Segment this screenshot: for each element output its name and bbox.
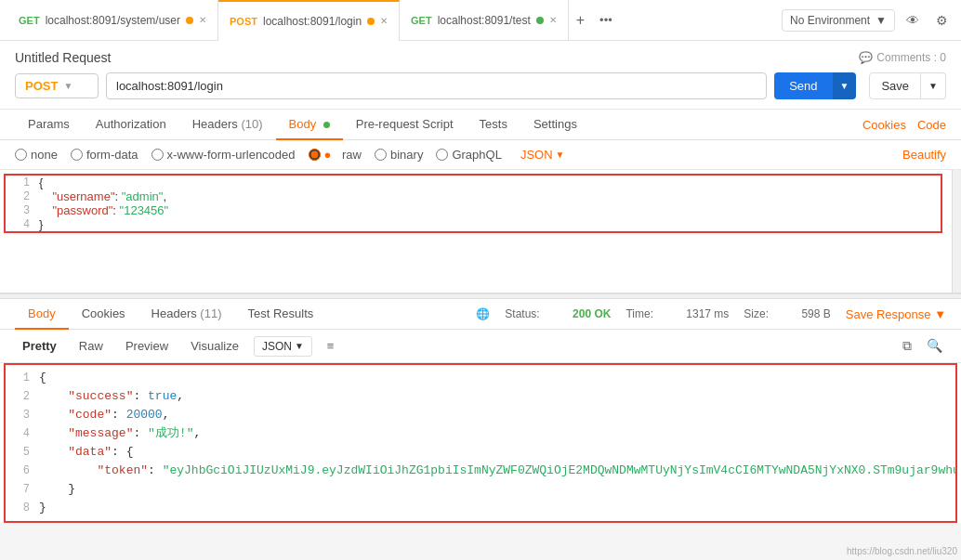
tab-params[interactable]: Params <box>15 110 83 140</box>
tab-authorization[interactable]: Authorization <box>83 110 179 140</box>
resp-tab-headers[interactable]: Headers (11) <box>138 299 235 330</box>
save-button[interactable]: Save <box>869 72 921 99</box>
tab-close-post[interactable]: ✕ <box>380 16 388 26</box>
time-value: 1317 ms <box>686 307 729 320</box>
save-group: Save ▼ <box>869 72 946 99</box>
tab-headers[interactable]: Headers (10) <box>179 110 276 140</box>
code-link[interactable]: Code <box>917 118 946 132</box>
req-line-2: 2 "username": "admin", <box>6 189 941 203</box>
format-json-chevron: ▼ <box>295 341 304 351</box>
resp-line-7: 7 } <box>6 480 955 499</box>
response-body-container: 1 { 2 "success": true, 3 "code": 20000, … <box>0 363 961 523</box>
tab-get-test[interactable]: GET localhost:8091/test ✕ <box>400 0 569 41</box>
comment-icon: 💬 <box>859 51 873 64</box>
save-dropdown-button[interactable]: ▼ <box>921 72 946 99</box>
format-type-select[interactable]: JSON ▼ <box>254 336 312 357</box>
resp-line-3: 3 "code": 20000, <box>6 406 955 424</box>
tab-url-test: localhost:8091/test <box>438 14 531 27</box>
top-tabs-bar: GET localhost:8091/system/user ✕ POST lo… <box>0 0 961 41</box>
tab-body[interactable]: Body <box>276 110 343 140</box>
time-label: Time: <box>625 307 653 320</box>
more-tabs-button[interactable]: ••• <box>592 13 620 27</box>
resp-headers-badge: (11) <box>200 306 221 320</box>
size-label: Size: <box>744 307 769 320</box>
resp-line-5: 5 "data": { <box>6 443 955 462</box>
method-label-get2: GET <box>411 15 432 26</box>
tab-url-post: localhost:8091/login <box>263 15 362 28</box>
tab-settings[interactable]: Settings <box>520 110 590 140</box>
env-bar: No Environment ▼ 👁 ⚙ <box>782 9 954 32</box>
request-tabs-row: Params Authorization Headers (10) Body P… <box>0 110 961 140</box>
resp-tab-cookies[interactable]: Cookies <box>69 299 138 330</box>
status-value: 200 OK <box>573 307 611 320</box>
json-chevron-icon: ▼ <box>556 150 565 160</box>
tab-close-get[interactable]: ✕ <box>199 15 206 25</box>
cookies-link[interactable]: Cookies <box>862 118 906 132</box>
request-body-editor: 1 { 2 "username": "admin", 3 "password":… <box>0 170 961 293</box>
send-dropdown-button[interactable]: ▼ <box>833 72 857 99</box>
response-tabs-row: Body Cookies Headers (11) Test Results 🌐… <box>0 299 961 330</box>
resp-line-6: 6 "token": "eyJhbGciOiJIUzUxMiJ9.eyJzdWI… <box>6 462 955 480</box>
url-bar: POST ▼ Send ▼ Save ▼ <box>15 72 946 109</box>
option-urlencoded[interactable]: x-www-form-urlencoded <box>151 148 296 162</box>
method-label-post: POST <box>230 16 257 27</box>
format-preview[interactable]: Preview <box>118 335 176 357</box>
method-label-get: GET <box>19 15 40 26</box>
format-visualize[interactable]: Visualize <box>183 335 246 357</box>
option-binary[interactable]: binary <box>375 148 423 162</box>
beautify-button[interactable]: Beautify <box>902 148 946 162</box>
tab-dot-get <box>186 17 193 24</box>
body-options: none form-data x-www-form-urlencoded ● r… <box>0 140 961 170</box>
body-dot <box>323 122 330 128</box>
send-group: Send ▼ <box>774 72 856 99</box>
format-pretty[interactable]: Pretty <box>15 335 64 357</box>
format-raw[interactable]: Raw <box>72 335 111 357</box>
resp-line-1: 1 { <box>6 369 955 387</box>
wrap-icon[interactable]: ≡ <box>327 339 335 353</box>
status-label: Status: <box>505 307 539 320</box>
env-select[interactable]: No Environment ▼ <box>782 9 895 32</box>
resp-line-4: 4 "message": "成功!", <box>6 424 955 443</box>
copy-icon[interactable]: ⧉ <box>899 336 915 356</box>
request-title: Untitled Request <box>15 50 112 65</box>
size-value: 598 B <box>801 307 830 320</box>
req-line-1: 1 { <box>6 176 941 189</box>
tab-close-test[interactable]: ✕ <box>549 15 557 25</box>
request-scrollbar[interactable] <box>952 170 961 293</box>
env-select-label: No Environment <box>790 14 870 27</box>
search-response-icon[interactable]: 🔍 <box>923 336 946 356</box>
json-format-select[interactable]: JSON ▼ <box>520 148 565 162</box>
resp-line-2: 2 "success": true, <box>6 387 955 406</box>
option-graphql[interactable]: GraphQL <box>436 148 501 162</box>
new-tab-button[interactable]: + <box>569 12 592 29</box>
status-info: 🌐 Status: 200 OK Time: 1317 ms Size: 598… <box>476 307 946 321</box>
url-input[interactable] <box>106 72 767 99</box>
tab-get-user[interactable]: GET localhost:8091/system/user ✕ <box>7 0 218 41</box>
tab-tests[interactable]: Tests <box>467 110 520 140</box>
response-body: 1 { 2 "success": true, 3 "code": 20000, … <box>4 363 957 523</box>
resp-tab-test-results[interactable]: Test Results <box>234 299 326 330</box>
req-line-3: 3 "password": "123456" <box>6 203 941 217</box>
option-raw[interactable]: ● raw <box>309 148 362 162</box>
env-chevron-icon: ▼ <box>875 14 887 27</box>
tab-dot-test <box>536 17 544 24</box>
comments-label: Comments : 0 <box>876 51 946 64</box>
tab-dot-post <box>367 18 375 25</box>
request-area: Untitled Request 💬 Comments : 0 POST ▼ S… <box>0 41 961 110</box>
headers-badge: (10) <box>241 117 262 131</box>
option-form-data[interactable]: form-data <box>71 148 138 162</box>
req-line-4: 4 } <box>6 217 941 231</box>
eye-icon[interactable]: 👁 <box>901 9 925 32</box>
method-select[interactable]: POST ▼ <box>15 73 99 98</box>
settings-icon[interactable]: ⚙ <box>930 9 954 32</box>
method-chevron-icon: ▼ <box>63 81 72 91</box>
response-format-bar: Pretty Raw Preview Visualize JSON ▼ ≡ ⧉ … <box>0 330 961 363</box>
save-response-button[interactable]: Save Response ▼ <box>846 307 946 321</box>
resp-tab-body[interactable]: Body <box>15 299 69 330</box>
tab-pre-request[interactable]: Pre-request Script <box>343 110 467 140</box>
option-none[interactable]: none <box>15 148 58 162</box>
tab-post-login[interactable]: POST localhost:8091/login ✕ <box>218 0 400 41</box>
send-button[interactable]: Send <box>774 72 832 99</box>
resp-line-8: 8 } <box>6 499 955 517</box>
tab-url-get: localhost:8091/system/user <box>46 14 180 27</box>
